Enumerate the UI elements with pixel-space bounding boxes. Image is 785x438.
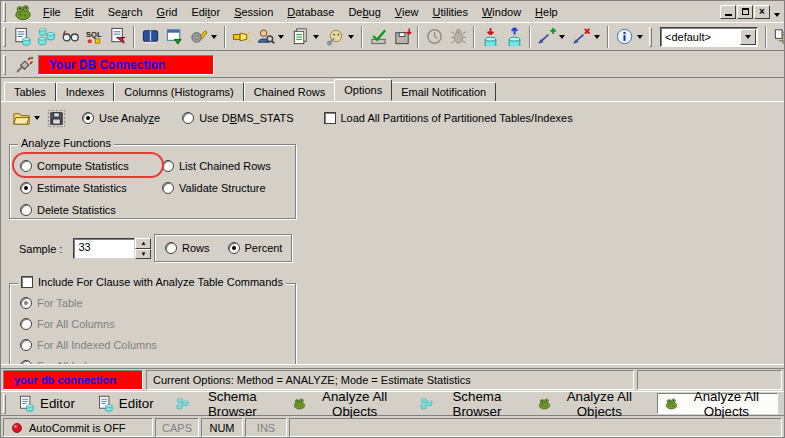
add-item-dropdown-icon[interactable]	[559, 35, 565, 39]
menu-file[interactable]: File	[36, 4, 68, 20]
glasses-describe-icon	[61, 27, 80, 46]
open-editor-button[interactable]	[106, 25, 130, 49]
add-item-button[interactable]	[534, 25, 558, 49]
use-dbms-stats-radio[interactable]: Use DBMS_STATS	[182, 112, 293, 124]
load-options-dropdown-icon[interactable]	[34, 116, 40, 120]
radio-icon	[162, 182, 174, 194]
close-button[interactable]: ×	[754, 5, 770, 19]
object-search-button[interactable]	[229, 25, 253, 49]
estimate-statistics-radio[interactable]: Estimate Statistics	[20, 182, 162, 194]
describe-objects-button[interactable]	[58, 25, 82, 49]
combobox-dropdown-button[interactable]	[740, 29, 756, 45]
toad-frog-icon	[10, 2, 36, 22]
toolbar-separator	[417, 26, 419, 48]
list-chained-rows-radio[interactable]: List Chained Rows	[162, 160, 289, 172]
execute-window-button[interactable]	[162, 25, 186, 49]
toolbar-options-chevron-icon[interactable]	[774, 13, 780, 17]
options-dropdown-icon[interactable]	[211, 35, 217, 39]
menu-edit[interactable]: Edit	[68, 4, 101, 20]
for-all-columns-label: For All Columns	[37, 318, 115, 330]
reports-button[interactable]	[288, 25, 312, 49]
menu-grid[interactable]: Grid	[150, 4, 185, 20]
options-panel: Use Analyze Use DBMS_STATS Load All Part…	[1, 101, 784, 364]
window-button-label: Schema Browser	[194, 389, 271, 419]
new-sql-window-button[interactable]	[10, 25, 34, 49]
rows-radio[interactable]: Rows	[165, 242, 210, 254]
sample-value-field[interactable]: 33	[73, 238, 135, 259]
menu-window[interactable]: Window	[475, 4, 528, 20]
window-button-editor-2[interactable]: Editor	[89, 393, 162, 414]
schema-browser-button[interactable]	[34, 25, 58, 49]
window-button-analyze-all-objects-active[interactable]: Analyze All Objects	[657, 393, 778, 414]
spin-down-button[interactable]: ▼	[135, 249, 151, 260]
sql-templates-button[interactable]	[82, 25, 106, 49]
use-analyze-radio[interactable]: Use Analyze	[82, 112, 160, 124]
windowbar-grip[interactable]	[3, 394, 6, 414]
commit-button[interactable]	[366, 25, 390, 49]
num-indicator: NUM	[201, 418, 243, 437]
window-button-editor-1[interactable]: Editor	[10, 393, 83, 414]
unload-database-button[interactable]	[502, 25, 526, 49]
toolbar-grip[interactable]	[3, 27, 6, 47]
restore-button[interactable]	[737, 5, 753, 19]
tab-tables[interactable]: Tables	[4, 82, 56, 101]
include-for-clause-label: Include For Clause with Analyze Table Co…	[38, 276, 283, 288]
menu-debug[interactable]: Debug	[341, 4, 387, 20]
tab-columns-histograms[interactable]: Columns (Histograms)	[114, 82, 243, 101]
frog-icon	[538, 395, 551, 412]
default-combobox[interactable]: <default>	[660, 27, 758, 47]
menu-help[interactable]: Help	[528, 4, 565, 20]
delete-item-button[interactable]	[569, 25, 593, 49]
tab-email-notification[interactable]: Email Notification	[391, 82, 496, 101]
load-database-button[interactable]	[478, 25, 502, 49]
spin-up-button[interactable]: ▲	[135, 238, 151, 249]
menu-session[interactable]: Session	[227, 4, 280, 20]
menu-database[interactable]: Database	[280, 4, 341, 20]
user-browser-dropdown-icon[interactable]	[278, 35, 284, 39]
session-settings-button[interactable]	[323, 25, 347, 49]
options-button[interactable]	[186, 25, 210, 49]
info-button[interactable]	[612, 25, 636, 49]
window-button-analyze-all-objects-1[interactable]: Analyze All Objects	[285, 393, 406, 414]
autocommit-text: AutoCommit is OFF	[29, 422, 126, 434]
tab-options[interactable]: Options	[334, 79, 392, 101]
load-all-partitions-checkbox[interactable]: Load All Partitions of Partitioned Table…	[324, 112, 573, 124]
sql-icon	[85, 27, 104, 46]
session-dropdown-icon[interactable]	[348, 35, 354, 39]
menu-editor[interactable]: Editor	[184, 4, 227, 20]
compare-button[interactable]	[770, 25, 785, 49]
user-browser-button[interactable]	[253, 25, 277, 49]
frog-icon	[665, 395, 678, 412]
tab-chained-rows[interactable]: Chained Rows	[244, 82, 336, 101]
menu-search[interactable]: Search	[101, 4, 150, 20]
menu-view[interactable]: View	[388, 4, 426, 20]
sample-spinner[interactable]: 33 ▲ ▼	[73, 238, 151, 259]
window-button-schema-browser-1[interactable]: Schema Browser	[168, 393, 279, 414]
minimize-button[interactable]	[720, 5, 736, 19]
validate-structure-radio[interactable]: Validate Structure	[162, 182, 289, 194]
menubar-grip[interactable]	[3, 2, 6, 22]
connbar-grip[interactable]	[3, 55, 6, 75]
menu-utilities[interactable]: Utilities	[425, 4, 474, 20]
save-options-button[interactable]	[44, 106, 68, 130]
info-dropdown-icon[interactable]	[637, 35, 643, 39]
rollback-button[interactable]	[390, 25, 414, 49]
add-arrow-icon	[537, 27, 556, 46]
sample-row: Sample : 33 ▲ ▼	[19, 238, 151, 259]
reports-dropdown-icon[interactable]	[313, 35, 319, 39]
analyze-functions-title: Analyze Functions	[18, 137, 114, 149]
load-options-button[interactable]	[9, 106, 33, 130]
editor-doc-icon	[97, 395, 114, 412]
percent-radio[interactable]: Percent	[228, 242, 283, 254]
toolbar-grip[interactable]	[649, 27, 652, 47]
for-table-label: For Table	[37, 297, 83, 309]
window-button-analyze-all-objects-2[interactable]: Analyze All Objects	[530, 393, 651, 414]
tab-indexes[interactable]: Indexes	[56, 82, 115, 101]
delete-statistics-radio[interactable]: Delete Statistics	[20, 204, 162, 216]
delete-item-dropdown-icon[interactable]	[594, 35, 600, 39]
window-button-schema-browser-2[interactable]: Schema Browser	[412, 393, 523, 414]
include-for-clause-checkbox[interactable]: Include For Clause with Analyze Table Co…	[18, 276, 286, 288]
help-book-button[interactable]	[138, 25, 162, 49]
checkbox-icon	[324, 112, 336, 124]
minimize-icon	[725, 14, 732, 16]
